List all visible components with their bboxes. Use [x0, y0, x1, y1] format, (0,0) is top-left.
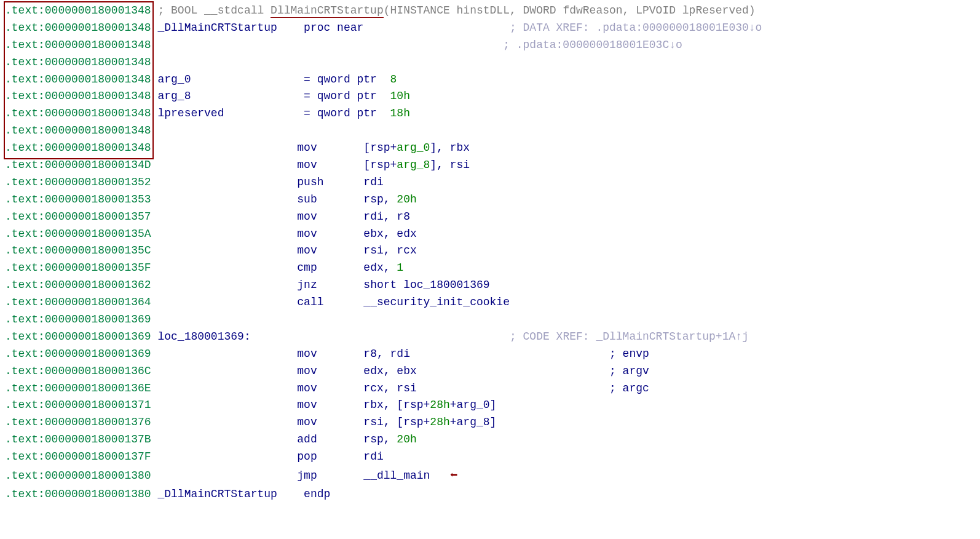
xref-comment[interactable]: ; CODE XREF: _DllMainCRTStartup+1A↑j — [510, 330, 749, 343]
disasm-line[interactable]: .text:000000018000135C mov rsi, rcx — [5, 242, 975, 260]
disasm-line[interactable]: .text:0000000180001348 arg_0 = qword ptr… — [5, 71, 975, 89]
label: _DllMainCRTStartup — [157, 488, 304, 500]
segment-label: .text: — [5, 296, 45, 308]
segment-label: .text: — [5, 348, 45, 360]
label — [157, 228, 297, 240]
segment-label: .text: — [5, 159, 45, 171]
address: 0000000180001371 — [45, 399, 151, 411]
segment-label: .text: — [5, 382, 45, 394]
segment-label: .text: — [5, 210, 45, 223]
segment-label: .text: — [5, 107, 45, 119]
label: arg_0 — [157, 73, 304, 86]
label: lpreserved — [157, 107, 304, 119]
address: 0000000180001348 — [45, 73, 151, 86]
segment-label: .text: — [5, 330, 45, 343]
disasm-line[interactable]: .text:000000018000135F cmp edx, 1 — [5, 260, 975, 277]
disasm-line[interactable]: .text:0000000180001369 mov r8, rdi ; env… — [5, 346, 975, 363]
address: 000000018000135F — [45, 262, 151, 274]
segment-label: .text: — [5, 90, 45, 102]
address: 0000000180001376 — [45, 416, 151, 428]
label — [157, 450, 297, 463]
disasm-line[interactable]: .text:000000018000137B add rsp, 20h — [5, 431, 975, 449]
operand-comment: ; envp — [609, 348, 649, 360]
address: 0000000180001348 — [45, 22, 151, 34]
label — [157, 469, 297, 482]
segment-label: .text: — [5, 365, 45, 377]
disasm-line[interactable]: .text:000000018000137F pop rdi — [5, 449, 975, 466]
segment-label: .text: — [5, 433, 45, 445]
disasm-line[interactable]: .text:0000000180001364 call __security_i… — [5, 294, 975, 311]
address: 0000000180001369 — [45, 348, 151, 360]
label — [157, 296, 297, 308]
segment-label: .text: — [5, 313, 45, 325]
segment-label: .text: — [5, 279, 45, 291]
disasm-line[interactable]: .text:000000018000135A mov ebx, edx — [5, 226, 975, 243]
address: 0000000180001348 — [45, 124, 151, 137]
segment-label: .text: — [5, 39, 45, 51]
disasm-line[interactable]: .text:0000000180001371 mov rbx, [rsp+28h… — [5, 397, 975, 414]
label — [157, 193, 297, 206]
segment-label: .text: — [5, 193, 45, 206]
code-xref-link[interactable]: loc_180001369 — [403, 279, 489, 291]
segment-label: .text: — [5, 488, 45, 500]
address: 000000018000136C — [45, 365, 151, 377]
address: 0000000180001348 — [45, 56, 151, 68]
label — [157, 382, 297, 394]
address: 0000000180001380 — [45, 488, 151, 500]
address: 0000000180001369 — [45, 313, 151, 325]
address: 000000018000136E — [45, 382, 151, 394]
label — [157, 142, 297, 154]
address: 0000000180001362 — [45, 279, 151, 291]
label — [157, 244, 297, 257]
disasm-line[interactable]: .text:000000018000136E mov rcx, rsi ; ar… — [5, 380, 975, 397]
segment-label: .text: — [5, 22, 45, 34]
disasm-line[interactable]: .text:0000000180001348 ; .pdata:00000001… — [5, 37, 975, 54]
signature-name[interactable]: DllMainCRTStartup — [271, 4, 384, 18]
disasm-line[interactable]: .text:0000000180001352 push rdi — [5, 174, 975, 191]
disasm-line[interactable]: .text:0000000180001380 jmp __dll_main ⬅ — [5, 466, 975, 486]
code-xref-link[interactable]: __security_init_cookie — [363, 296, 510, 308]
address: 000000018000135C — [45, 244, 151, 257]
address: 0000000180001353 — [45, 193, 151, 206]
label — [157, 176, 297, 188]
operand-comment: ; argv — [609, 365, 649, 377]
disasm-line[interactable]: .text:0000000180001348 mov [rsp+arg_0], … — [5, 140, 975, 157]
label: loc_180001369: — [157, 330, 250, 343]
disasm-line[interactable]: .text:000000018000134D mov [rsp+arg_8], … — [5, 157, 975, 174]
address: 0000000180001348 — [45, 142, 151, 154]
disasm-line[interactable]: .text:0000000180001348 lpreserved = qwor… — [5, 105, 975, 122]
disasm-line[interactable]: .text:0000000180001348 — [5, 54, 975, 71]
label — [157, 159, 297, 171]
address: 0000000180001348 — [45, 4, 151, 17]
disasm-line[interactable]: .text:0000000180001348 arg_8 = qword ptr… — [5, 88, 975, 105]
disasm-line[interactable]: .text:0000000180001353 sub rsp, 20h — [5, 191, 975, 209]
arrow-icon: ⬅ — [450, 469, 458, 483]
xref-comment[interactable]: ; DATA XREF: .pdata:000000018001E030↓o — [510, 22, 762, 34]
disasm-line[interactable]: .text:0000000180001348 _DllMainCRTStartu… — [5, 20, 975, 37]
disasm-line[interactable]: .text:0000000180001362 jnz short loc_180… — [5, 277, 975, 294]
address: 0000000180001348 — [45, 90, 151, 102]
address: 000000018000134D — [45, 159, 151, 171]
label — [157, 416, 297, 428]
label: arg_8 — [157, 90, 304, 102]
disasm-line[interactable]: .text:0000000180001376 mov rsi, [rsp+28h… — [5, 414, 975, 431]
segment-label: .text: — [5, 469, 45, 482]
disasm-line[interactable]: .text:000000018000136C mov edx, ebx ; ar… — [5, 363, 975, 380]
address: 0000000180001364 — [45, 296, 151, 308]
segment-label: .text: — [5, 142, 45, 154]
address: 000000018000135A — [45, 228, 151, 240]
disasm-line[interactable]: .text:0000000180001348 ; BOOL __stdcall … — [5, 2, 975, 20]
label — [157, 262, 297, 274]
segment-label: .text: — [5, 244, 45, 257]
disasm-line[interactable]: .text:0000000180001348 — [5, 122, 975, 140]
xref-comment[interactable]: ; .pdata:000000018001E03C↓o — [503, 39, 682, 51]
code-xref-link[interactable]: __dll_main — [363, 469, 430, 482]
address: 000000018000137B — [45, 433, 151, 445]
label — [157, 348, 297, 360]
disasm-line[interactable]: .text:0000000180001369 — [5, 311, 975, 329]
address: 0000000180001348 — [45, 107, 151, 119]
address: 0000000180001380 — [45, 469, 151, 482]
disasm-line[interactable]: .text:0000000180001380 _DllMainCRTStartu… — [5, 486, 975, 503]
disasm-line[interactable]: .text:0000000180001369 loc_180001369: ; … — [5, 329, 975, 346]
disasm-line[interactable]: .text:0000000180001357 mov rdi, r8 — [5, 209, 975, 226]
